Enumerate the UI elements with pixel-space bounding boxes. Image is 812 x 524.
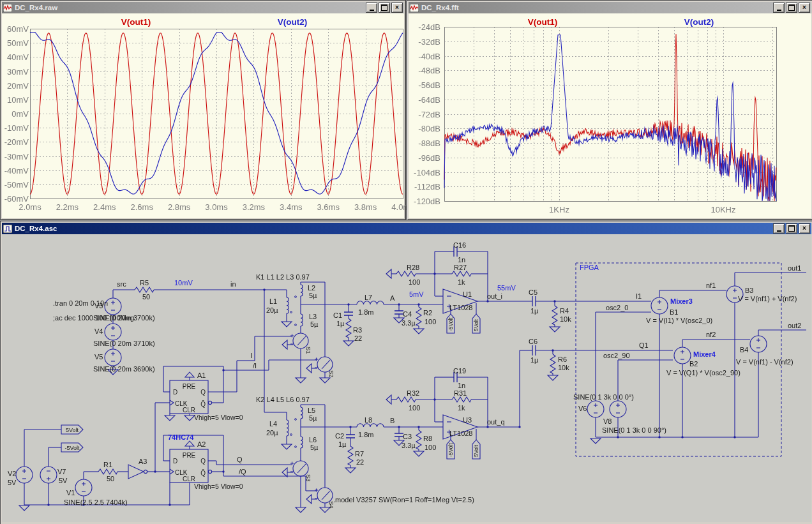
schematic-label: U1 — [463, 290, 472, 298]
schematic-label: D — [173, 389, 177, 396]
window-title: DC_Rx4.asc — [15, 225, 773, 232]
schematic-label: 5µ — [309, 292, 317, 299]
schematic-label: C3 — [403, 433, 412, 440]
schematic-label: in — [230, 280, 236, 288]
y-tick-label: 30mV — [1, 67, 29, 77]
schematic-labels: .tran 0 20m 0 10n;ac dec 1000 100 100Meg… — [8, 241, 801, 509]
y-tick-label: -104dB — [412, 168, 440, 177]
schematic-label: 50 — [107, 475, 114, 483]
window-title: DC_Rx4.fft — [421, 4, 773, 11]
schematic-label: /I — [253, 362, 257, 370]
schematic-label: nf2 — [706, 331, 716, 338]
schematic-label: R31 — [454, 389, 467, 397]
waveform-icon — [3, 4, 12, 12]
schematic-label: R27 — [454, 264, 467, 271]
schematic-label: Vhigh=5 Vlow=0 — [194, 483, 243, 490]
maximize-button[interactable] — [786, 3, 797, 13]
schematic-label: 100 — [425, 444, 436, 451]
close-button[interactable]: × — [799, 3, 810, 13]
schematic-label: A — [390, 294, 395, 302]
y-tick-label: 0mV — [1, 109, 29, 119]
schematic-label: src — [117, 280, 126, 288]
schematic-label: FPGA — [580, 264, 599, 271]
schematic-label: V3 — [94, 302, 103, 310]
schematic-label: 55mV — [497, 284, 516, 292]
legend-v-out1: V(out1) — [504, 17, 581, 27]
schematic-label: V1 — [66, 489, 75, 497]
schematic-label: SINE(0 1 3k 0 0 90°) — [602, 426, 666, 434]
schematic-label: Q — [200, 458, 206, 465]
y-tick-label: -32dB — [412, 37, 440, 47]
y-tick-label: -72dB — [412, 110, 440, 119]
schematic-label: C1 — [333, 311, 342, 319]
schematic-label: A3 — [139, 458, 147, 465]
schematic-label: 3.3µ — [402, 442, 416, 449]
minimize-button[interactable] — [366, 3, 377, 13]
titlebar-schematic[interactable]: DC_Rx4.asc × — [2, 223, 811, 234]
minimize-button[interactable] — [773, 3, 785, 13]
y-tick-label: -10mV — [1, 123, 29, 133]
close-button[interactable]: × — [391, 3, 403, 13]
schematic-label: 1n — [458, 256, 465, 264]
y-tick-label: -80dB — [412, 124, 440, 133]
titlebar-fft[interactable]: DC_Rx4.fft × — [409, 2, 811, 13]
schematic-label: Q1 — [639, 341, 649, 349]
schematic-canvas[interactable]: .tran 0 20m 0 10n;ac dec 1000 100 100Meg… — [2, 234, 811, 522]
schematic-label: V = V(Q1) * V(osc2_90) — [666, 369, 741, 377]
schematic-label: C6 — [529, 338, 538, 345]
y-tick-label: -50mV — [1, 180, 29, 190]
schematic-symbols — [16, 246, 781, 513]
y-tick-label: 20mV — [1, 81, 29, 91]
schematic-label: Mixer4 — [693, 350, 716, 358]
schematic-label: Q — [237, 456, 243, 463]
schematic-client: .tran 0 20m 0 10n;ac dec 1000 100 100Meg… — [2, 234, 811, 522]
schematic-label: 1µ — [338, 440, 347, 448]
schematic-icon — [3, 225, 12, 233]
x-tick-label: 2.2ms — [49, 202, 85, 212]
maximize-button[interactable] — [786, 223, 797, 234]
maximize-button[interactable] — [379, 3, 390, 13]
y-tick-label: -40mV — [1, 166, 29, 176]
schematic-label: L5 — [308, 407, 315, 414]
minimize-button[interactable] — [773, 223, 785, 234]
raw-plot-area[interactable] — [2, 13, 404, 218]
schematic-label: V6 — [578, 405, 587, 412]
schematic-label: SINE(2.5 2.5 7404k) — [64, 498, 128, 506]
schematic-label: V4 — [94, 327, 103, 335]
y-tick-label: -24dB — [412, 22, 440, 32]
schematic-label: I — [250, 352, 252, 359]
schematic-label: B4 — [740, 346, 748, 354]
schematic-label: SINE(0 20m 3700k) — [93, 314, 155, 322]
schematic-label: /Q — [239, 468, 246, 475]
schematic-label: 1µ — [530, 307, 539, 315]
y-tick-label: 50mV — [1, 38, 29, 48]
schematic-label: 1µ — [336, 320, 345, 327]
schematic-label: -5Volt — [447, 443, 454, 457]
close-button[interactable]: × — [799, 223, 810, 234]
x-tick-label: 2.6ms — [124, 202, 160, 212]
schematic-label: 1.8m — [358, 308, 373, 316]
schematic-label: V = V(I1) * V(osc2_0) — [646, 317, 712, 324]
x-tick-label: 2.0ms — [12, 202, 48, 212]
schematic-label: 5µ — [309, 414, 317, 422]
schematic-label: nf1 — [706, 281, 716, 289]
schematic-label: -5Volt — [447, 317, 454, 331]
schematic-label: L3 — [309, 313, 317, 320]
x-tick-label: 3.4ms — [273, 202, 309, 212]
schematic-label: 100 — [425, 318, 436, 326]
titlebar-raw[interactable]: DC_Rx4.raw × — [2, 2, 404, 13]
schematic-label: L8 — [365, 416, 372, 424]
schematic-label: B — [390, 417, 395, 424]
legend-v-out2: V(out2) — [254, 17, 331, 27]
y-tick-label: -20mV — [1, 137, 29, 147]
schematic-label: 10mV — [174, 279, 193, 287]
y-tick-label: -64dB — [412, 95, 440, 105]
legend-v-out1: V(out1) — [98, 17, 174, 27]
schematic-label: 100 — [409, 404, 420, 412]
schematic-label: A1 — [197, 371, 206, 379]
schematic-label: V = V(nf1) - V(nf2) — [736, 358, 793, 366]
y-tick-label: -56dB — [412, 80, 440, 90]
schematic-label: U3 — [463, 416, 472, 424]
schematic-label: 1n — [458, 382, 465, 389]
fft-plot-area[interactable] — [409, 13, 811, 218]
